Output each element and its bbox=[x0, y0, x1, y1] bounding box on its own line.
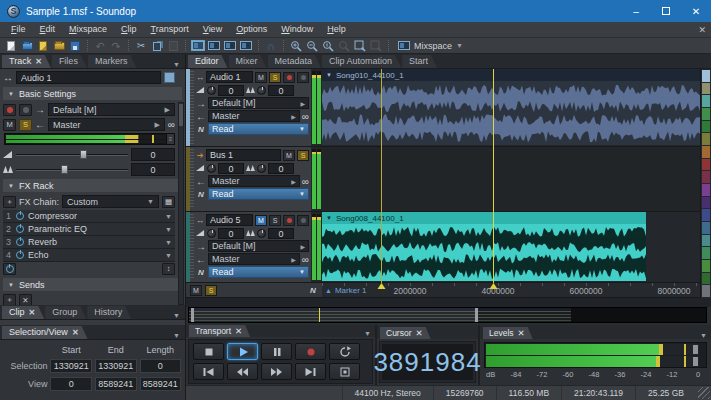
mute-button[interactable]: M bbox=[255, 72, 267, 83]
tile-vertical-icon[interactable] bbox=[239, 39, 253, 52]
maximize-button[interactable] bbox=[651, 0, 681, 22]
stop-all-button[interactable] bbox=[329, 363, 360, 380]
tab-metadata[interactable]: Metadata bbox=[268, 55, 322, 68]
pan-knob[interactable] bbox=[257, 229, 266, 238]
tab-files[interactable]: Files bbox=[52, 55, 87, 68]
panel-scrollbar[interactable] bbox=[178, 102, 184, 305]
remove-send-button[interactable]: ✕ bbox=[19, 294, 32, 305]
menu-file[interactable]: File bbox=[4, 22, 33, 37]
sends-header[interactable]: ▼Sends bbox=[3, 278, 182, 291]
link-icon[interactable]: ∞ bbox=[302, 254, 309, 265]
chevron-down-icon[interactable]: ▼ bbox=[165, 226, 172, 233]
pan-value[interactable]: 0 bbox=[268, 163, 294, 174]
audio-clip[interactable]: ▼Song008_44100_1 bbox=[322, 212, 646, 281]
view-length-field[interactable]: 8589241 bbox=[140, 377, 182, 391]
menu-mixspace[interactable]: Mixspace bbox=[62, 22, 114, 37]
tile-horizontal-icon[interactable] bbox=[223, 39, 237, 52]
output-bus-dropdown[interactable]: Default [M]▶ bbox=[208, 97, 309, 109]
volume-value[interactable]: 0 bbox=[131, 148, 175, 161]
clip-collapse-icon[interactable]: ▼ bbox=[326, 215, 332, 221]
input-bus-dropdown[interactable]: Master▶ bbox=[208, 175, 300, 187]
tab-clip[interactable]: Clip✕ bbox=[2, 306, 44, 319]
navigator-right-handle[interactable] bbox=[475, 308, 478, 322]
tab-track[interactable]: Track✕ bbox=[2, 55, 51, 68]
view-start-field[interactable]: 0 bbox=[50, 377, 92, 391]
close-tab-icon[interactable]: ✕ bbox=[72, 326, 79, 339]
open-project-icon[interactable] bbox=[52, 39, 66, 52]
tab-start[interactable]: Start bbox=[402, 55, 437, 68]
volume-value[interactable]: 0 bbox=[218, 85, 244, 96]
master-solo-button[interactable]: S bbox=[205, 285, 217, 296]
automation-mode-dropdown[interactable]: Read▼ bbox=[208, 188, 309, 200]
close-tab-icon[interactable]: ✕ bbox=[35, 55, 42, 68]
go-start-button[interactable] bbox=[193, 363, 224, 380]
tab-history[interactable]: History bbox=[87, 306, 131, 319]
input-monitor-button[interactable] bbox=[297, 215, 309, 226]
track-name-field[interactable]: Bus 1 bbox=[206, 149, 281, 161]
selection-start-field[interactable]: 1330921 bbox=[50, 359, 92, 373]
fx-item[interactable]: 1 Compressor ▼ bbox=[3, 210, 175, 223]
close-document-icon[interactable]: ✕ bbox=[698, 25, 706, 35]
track-color-block[interactable] bbox=[702, 159, 710, 171]
timeline-marker[interactable]: ▲Marker 1 bbox=[325, 286, 367, 295]
tab-levels[interactable]: Levels✕ bbox=[483, 327, 533, 339]
view-end-field[interactable]: 8589241 bbox=[95, 377, 137, 391]
mixspace-dropdown[interactable]: Mixspace ▼ bbox=[393, 41, 468, 51]
input-monitor-button[interactable] bbox=[19, 104, 32, 116]
pan-value[interactable]: 0 bbox=[131, 163, 175, 176]
tab-group[interactable]: Group bbox=[45, 306, 86, 319]
chevron-down-icon[interactable]: ▼ bbox=[165, 213, 172, 220]
track-color-block[interactable] bbox=[702, 197, 710, 209]
chevron-down-icon[interactable]: ▼ bbox=[165, 239, 172, 246]
panel-menu-icon[interactable]: ▼ bbox=[700, 332, 707, 339]
panel-menu-icon[interactable]: ▼ bbox=[173, 312, 180, 319]
add-fx-button[interactable]: ＋ bbox=[3, 196, 16, 208]
menu-clip[interactable]: Clip bbox=[114, 22, 144, 37]
tab-editor[interactable]: Editor bbox=[188, 55, 228, 68]
zoom-selection-icon[interactable] bbox=[353, 39, 367, 52]
track-color-block[interactable] bbox=[702, 235, 710, 247]
fx-move-icon[interactable]: ↕ bbox=[162, 263, 175, 275]
navigator-left-handle[interactable] bbox=[191, 308, 194, 322]
chevron-down-icon[interactable]: ▼ bbox=[165, 252, 172, 259]
panel-menu-icon[interactable]: ▼ bbox=[173, 332, 180, 339]
input-monitor-button[interactable] bbox=[297, 72, 309, 83]
volume-knob[interactable] bbox=[207, 164, 216, 173]
zoom-document-icon[interactable] bbox=[369, 39, 383, 52]
automation-mode-dropdown[interactable]: Read▼ bbox=[208, 266, 309, 278]
save-icon[interactable] bbox=[68, 39, 82, 52]
track-lane-audio5[interactable]: ▼Song008_44100_1 bbox=[322, 212, 700, 282]
navigator-view-window[interactable] bbox=[191, 308, 478, 322]
tab-selection-view[interactable]: Selection/View✕ bbox=[2, 326, 88, 339]
track-color-block[interactable] bbox=[702, 247, 710, 259]
panel-menu-icon[interactable]: ▼ bbox=[364, 330, 371, 337]
track-color-block[interactable] bbox=[702, 146, 710, 158]
input-bus-dropdown[interactable]: Master▶ bbox=[208, 253, 300, 265]
selection-length-field[interactable]: 0 bbox=[140, 359, 182, 373]
zoom-in-h-icon[interactable] bbox=[289, 39, 303, 52]
menu-window[interactable]: Window bbox=[274, 22, 320, 37]
track-color-block[interactable] bbox=[702, 95, 710, 107]
track-name-field[interactable]: Audio 1 bbox=[16, 71, 161, 84]
fx-item[interactable]: 2 Parametric EQ ▼ bbox=[3, 223, 175, 236]
track-lane-audio1[interactable]: ▼Song010_44100_1 bbox=[322, 69, 700, 146]
track-color-block[interactable] bbox=[702, 285, 710, 297]
menu-view[interactable]: View bbox=[196, 22, 229, 37]
tab-markers[interactable]: Markers bbox=[88, 55, 137, 68]
rewind-button[interactable] bbox=[227, 363, 258, 380]
fx-bypass-button[interactable] bbox=[3, 263, 16, 275]
undo-icon[interactable]: ↶ bbox=[93, 39, 107, 52]
record-arm-button[interactable] bbox=[283, 215, 295, 226]
volume-value[interactable]: 0 bbox=[218, 228, 244, 239]
track-color-block[interactable] bbox=[702, 273, 710, 285]
master-mute-button[interactable]: M bbox=[190, 285, 202, 296]
volume-slider[interactable] bbox=[16, 150, 128, 159]
redo-icon[interactable]: ↷ bbox=[109, 39, 123, 52]
zoom-out-v-icon[interactable] bbox=[337, 39, 351, 52]
input-bus-dropdown[interactable]: Master▶ bbox=[208, 110, 300, 122]
audio-clip[interactable]: ▼Song010_44100_1 bbox=[322, 69, 700, 145]
solo-button[interactable]: S bbox=[269, 72, 281, 83]
tab-cursor[interactable]: Cursor✕ bbox=[380, 327, 431, 339]
track-color-nav[interactable] bbox=[700, 69, 711, 298]
pan-value[interactable]: 0 bbox=[268, 85, 294, 96]
